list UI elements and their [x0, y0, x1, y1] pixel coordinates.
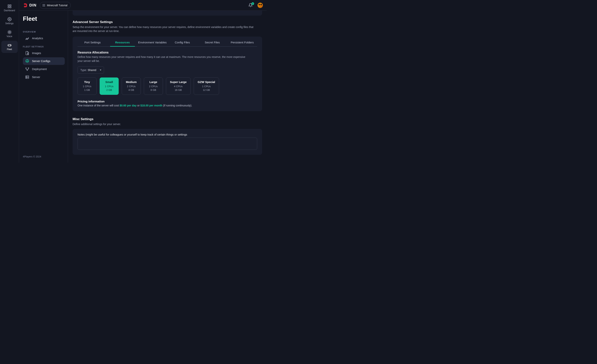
notes-input[interactable]: [78, 138, 257, 150]
gamepad-icon: [8, 43, 12, 47]
sidebar-item-label: Deployment: [32, 68, 47, 71]
pricing-suffix: (if running continuously).: [162, 104, 192, 107]
content: Advanced Server Settings Setup the envir…: [68, 11, 267, 163]
sidebar-footer: 4Players © 2024: [23, 155, 65, 160]
topbar: DIN Minecraft Tutorial 9: [19, 0, 267, 11]
tier-cpus: 1 CPUs: [104, 85, 115, 88]
tier-cpus: 1 CPUs: [198, 85, 215, 88]
svg-point-30: [26, 76, 26, 76]
nav-rail: Dashboard Settings Voice Fleet: [0, 0, 19, 163]
notes-label: Notes (might be useful for colleagues or…: [78, 133, 257, 136]
advanced-desc: Setup the environment for your server. Y…: [73, 25, 255, 33]
resource-tier-row: Tiny 1 CPUs 1 GB Small 1 CPUs 2 GB Mediu…: [78, 77, 257, 95]
notifications-button[interactable]: 9: [248, 3, 253, 8]
tier-medium[interactable]: Medium 2 CPUs 4 GB: [122, 77, 141, 95]
advanced-card: Port Settings Resources Environment Vari…: [73, 37, 262, 111]
rail-dashboard[interactable]: Dashboard: [1, 2, 18, 14]
gear-icon: [8, 17, 12, 21]
tier-ram: 8 GB: [148, 88, 159, 92]
voice-icon: [8, 30, 12, 34]
tier-small[interactable]: Small 1 CPUs 2 GB: [100, 77, 119, 95]
pricing-month: $18.00 per month: [140, 104, 162, 107]
svg-point-25: [26, 68, 26, 69]
tabs: Port Settings Resources Environment Vari…: [78, 41, 257, 47]
tab-secret-files[interactable]: Secret Files: [197, 41, 227, 46]
sidebar-item-server[interactable]: Server: [23, 73, 65, 81]
svg-rect-3: [10, 7, 11, 8]
svg-rect-19: [43, 6, 43, 7]
tab-config-files[interactable]: Config Files: [167, 41, 197, 46]
tier-large[interactable]: Large 2 CPUs 8 GB: [144, 77, 163, 95]
svg-rect-14: [44, 4, 44, 5]
analytics-icon: [25, 36, 29, 40]
svg-point-26: [28, 68, 29, 69]
tab-persistent-folders[interactable]: Persistent Folders: [227, 41, 257, 46]
svg-rect-13: [43, 4, 43, 5]
tier-cpus: 1 CPUs: [82, 85, 93, 88]
tab-env-vars[interactable]: Environment Variables: [137, 41, 167, 46]
tier-name: Medium: [126, 80, 137, 84]
svg-rect-2: [8, 7, 9, 8]
type-select-value: Shared: [88, 69, 96, 72]
server-icon: [25, 75, 29, 79]
rail-voice[interactable]: Voice: [1, 28, 18, 40]
tier-ram: 2 GB: [104, 88, 115, 92]
tier-cpus: 4 CPUs: [170, 85, 187, 88]
tier-super-large[interactable]: Super Large 4 CPUs 16 GB: [166, 77, 191, 95]
misc-card: Notes (might be useful for colleagues or…: [73, 129, 262, 155]
avatar[interactable]: [258, 3, 263, 8]
file-image-icon: [25, 51, 29, 55]
type-select[interactable]: Type: Shared: [78, 66, 104, 74]
sidebar: Fleet OVERVIEW Analytics FLEET SETTINGS …: [19, 11, 68, 163]
rail-settings[interactable]: Settings: [1, 15, 18, 27]
prev-card-edge: [73, 11, 262, 15]
tier-name: Tiny: [82, 80, 93, 84]
rail-fleet-label: Fleet: [7, 48, 12, 51]
dashboard-icon: [8, 4, 12, 8]
sidebar-item-deployment[interactable]: Deployment: [23, 65, 65, 73]
page-title: Fleet: [23, 15, 65, 22]
tier-name: Super Large: [170, 80, 187, 84]
tier-name: GZW Special: [198, 80, 215, 84]
svg-point-27: [27, 70, 28, 71]
deployment-icon: [25, 67, 29, 71]
notification-badge: 9: [251, 2, 254, 5]
tier-ram: 16 GB: [170, 88, 187, 92]
tier-cpus: 2 CPUs: [148, 85, 159, 88]
svg-point-4: [9, 19, 10, 20]
rail-fleet[interactable]: Fleet: [1, 41, 18, 53]
breadcrumb-label: Minecraft Tutorial: [47, 4, 67, 7]
sidebar-item-images[interactable]: Images: [23, 49, 65, 57]
rail-settings-label: Settings: [5, 22, 14, 25]
pricing-line: One instance of the server will cost $0.…: [78, 104, 257, 107]
tier-ram: 12 GB: [198, 88, 215, 92]
tier-name: Large: [148, 80, 159, 84]
pricing-prefix: One instance of the server will cost: [78, 104, 120, 107]
svg-rect-1: [10, 5, 11, 6]
resources-desc: Define how many resources your server re…: [78, 55, 249, 63]
svg-rect-18: [45, 5, 45, 6]
brand-logo[interactable]: DIN: [23, 3, 36, 8]
advanced-title: Advanced Server Settings: [73, 20, 262, 24]
tier-ram: 4 GB: [126, 88, 137, 92]
tab-resources[interactable]: Resources: [107, 41, 137, 46]
type-select-label: Type:: [80, 69, 87, 72]
svg-point-31: [26, 78, 26, 78]
misc-desc: Define additional settings for your serv…: [73, 122, 255, 126]
svg-rect-15: [45, 4, 45, 5]
rail-voice-label: Voice: [7, 35, 12, 38]
svg-point-5: [9, 31, 10, 33]
svg-point-12: [10, 45, 10, 46]
brand-text: DIN: [29, 3, 36, 8]
tier-tiny[interactable]: Tiny 1 CPUs 1 GB: [78, 77, 97, 95]
tab-port-settings[interactable]: Port Settings: [78, 41, 107, 46]
tier-gzw-special[interactable]: GZW Special 1 CPUs 12 GB: [194, 77, 219, 95]
breadcrumb-app[interactable]: Minecraft Tutorial: [40, 2, 71, 9]
svg-rect-16: [43, 5, 43, 6]
tier-name: Small: [104, 80, 115, 84]
svg-rect-0: [8, 5, 9, 6]
rail-dashboard-label: Dashboard: [4, 9, 15, 12]
sidebar-item-server-configs[interactable]: Server Configs: [23, 57, 65, 65]
sidebar-item-analytics[interactable]: Analytics: [23, 34, 65, 42]
resources-title: Resource Allocations: [78, 51, 257, 54]
